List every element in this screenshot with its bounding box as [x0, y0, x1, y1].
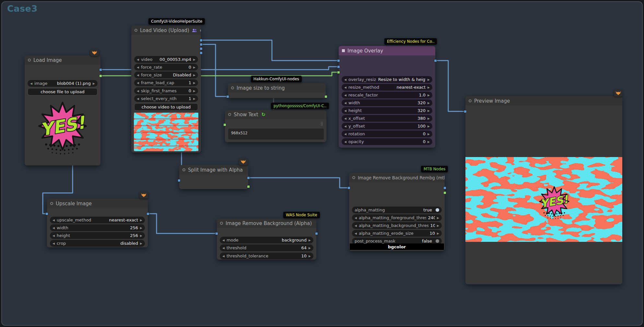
increment-arrow-icon[interactable]: ▶ [193, 89, 195, 93]
node-upscale-image[interactable]: Upscale Image ◀ upscale_method nearest-e… [47, 199, 148, 247]
node-image-size-to-string[interactable]: Image size to string [228, 83, 326, 98]
threshold-widget[interactable]: ◀ threshold 64 ▶ [220, 244, 313, 251]
decrement-arrow-icon[interactable]: ◀ [222, 254, 225, 258]
decrement-arrow-icon[interactable]: ◀ [344, 132, 346, 136]
image-combo-widget[interactable]: ◀ image blob004 (1).png ▶ [28, 80, 98, 87]
next-arrow-icon[interactable]: ▶ [93, 82, 95, 85]
node-load-video[interactable]: Load Video (Upload) ◉ ◉ ◉ ◀ video 00_000… [131, 26, 201, 152]
next-arrow-icon[interactable]: ▶ [193, 73, 195, 77]
node-split-image-alpha[interactable]: Split Image with Alpha [179, 165, 248, 189]
decrement-arrow-icon[interactable]: ◀ [137, 66, 139, 69]
output-slot-image[interactable] [434, 59, 437, 62]
input-slot-base-image[interactable] [337, 59, 340, 62]
input-slot-optional-mask[interactable] [337, 71, 340, 74]
output-slot-mask[interactable] [443, 191, 446, 194]
frame-load-cap-widget[interactable]: ◀ frame_load_cap 1 ▶ [134, 79, 198, 86]
node-load-image[interactable]: Load Image ◀ image blob004 (1).png ▶ cho… [25, 55, 100, 165]
node-title-bar[interactable]: Image size to string [228, 83, 326, 93]
upscale-method-widget[interactable]: ◀ upscale_method nearest-exact ▶ [50, 217, 145, 223]
next-arrow-icon[interactable]: ▶ [309, 239, 311, 242]
input-slot-image[interactable] [464, 110, 467, 113]
force-rate-widget[interactable]: ◀ force_rate 0 ▶ [134, 64, 198, 71]
decrement-arrow-icon[interactable]: ◀ [137, 81, 139, 85]
mode-widget[interactable]: ◀ mode background ▶ [220, 237, 313, 243]
collapse-dot-icon[interactable] [228, 113, 231, 116]
crop-widget[interactable]: ◀ crop disabled ▶ [50, 240, 145, 247]
height-widget[interactable]: ◀ height 320 ▶ [342, 107, 432, 114]
increment-arrow-icon[interactable]: ▶ [427, 109, 430, 112]
width-widget[interactable]: ◀ width 320 ▶ [342, 99, 432, 106]
output-slot-string[interactable] [324, 95, 327, 98]
next-arrow-icon[interactable]: ▶ [427, 78, 430, 81]
prev-arrow-icon[interactable]: ◀ [53, 242, 55, 245]
decrement-arrow-icon[interactable]: ◀ [344, 125, 346, 128]
output-slot-frame-count[interactable] [200, 43, 203, 46]
choose-file-button[interactable]: choose file to upload [28, 88, 98, 96]
node-preview-image[interactable]: Preview Image [465, 96, 622, 284]
input-slot-image[interactable] [347, 186, 350, 189]
collapse-dot-icon[interactable] [50, 202, 53, 205]
opacity-widget[interactable]: ◀ opacity 0 ▶ [342, 138, 432, 145]
decrement-arrow-icon[interactable]: ◀ [137, 89, 139, 93]
prev-arrow-icon[interactable]: ◀ [30, 82, 32, 85]
increment-arrow-icon[interactable]: ▶ [427, 140, 430, 143]
increment-arrow-icon[interactable]: ▶ [193, 97, 195, 100]
video-combo-widget[interactable]: ◀ video 00_00053.mp4 ▶ [134, 56, 198, 63]
input-slot-text[interactable] [223, 123, 226, 126]
collapse-dot-icon[interactable] [352, 176, 355, 179]
width-widget[interactable]: ◀ width 256 ▶ [50, 224, 145, 231]
input-slot-overlay-image[interactable] [337, 65, 340, 68]
toggle-knob[interactable] [436, 208, 439, 212]
bg-threshold-widget[interactable]: ◀ alpha_matting_background_threshold 10 … [352, 222, 442, 229]
increment-arrow-icon[interactable]: ▶ [437, 216, 439, 220]
increment-arrow-icon[interactable]: ▶ [427, 132, 430, 136]
node-title-bar[interactable]: Split Image with Alpha [179, 165, 248, 175]
alpha-matting-toggle[interactable]: alpha_matting true [352, 207, 442, 213]
prev-arrow-icon[interactable]: ◀ [137, 58, 139, 61]
output-slot-mask[interactable] [99, 74, 102, 77]
increment-arrow-icon[interactable]: ▶ [193, 66, 195, 69]
decrement-arrow-icon[interactable]: ◀ [355, 224, 357, 227]
increment-arrow-icon[interactable]: ▶ [427, 101, 430, 105]
next-arrow-icon[interactable]: ▶ [427, 86, 430, 89]
decrement-arrow-icon[interactable]: ◀ [355, 232, 357, 235]
node-title-bar[interactable]: Image Remove Background (Alpha) [217, 219, 316, 228]
increment-arrow-icon[interactable]: ▶ [437, 232, 439, 235]
collapse-dot-icon[interactable] [182, 168, 185, 171]
collapse-dot-icon[interactable] [231, 86, 234, 89]
node-title-bar[interactable]: Image Overlay [339, 46, 435, 55]
prev-arrow-icon[interactable]: ◀ [53, 219, 55, 222]
preview-toggle-icon[interactable]: ◉ [200, 28, 201, 32]
fg-threshold-widget[interactable]: ◀ alpha_matting_foreground_threshold 240… [352, 214, 442, 221]
collapse-dot-icon[interactable] [135, 29, 137, 32]
node-title-bar[interactable]: Load Image [25, 55, 100, 65]
output-slot-image[interactable] [200, 39, 203, 42]
node-rembg-mtb[interactable]: Image Remove Background Rembg (mtb) alph… [349, 173, 445, 251]
decrement-arrow-icon[interactable]: ◀ [53, 234, 55, 237]
node-title-bar[interactable]: Show Text ↻ [225, 110, 326, 119]
grip-icon[interactable]: ⣿ [320, 121, 323, 126]
node-title-bar[interactable]: Load Video (Upload) ◉ ◉ ◉ [131, 26, 201, 35]
prev-arrow-icon[interactable]: ◀ [344, 78, 346, 81]
collapse-dot-icon[interactable] [220, 222, 223, 225]
output-slot-image[interactable] [247, 176, 250, 179]
decrement-arrow-icon[interactable]: ◀ [344, 109, 346, 112]
x-offset-widget[interactable]: ◀ x_offset 380 ▶ [342, 115, 432, 122]
rotation-widget[interactable]: ◀ rotation 0 ▶ [342, 130, 432, 137]
erode-size-widget[interactable]: ◀ alpha_matting_erode_size 10 ▶ [352, 230, 442, 237]
increment-arrow-icon[interactable]: ▶ [309, 254, 311, 258]
collapse-dot-icon[interactable] [28, 59, 31, 62]
collapse-square-icon[interactable] [342, 49, 345, 52]
skip-first-frames-widget[interactable]: ◀ skip_first_frames 0 ▶ [134, 87, 198, 94]
input-slot-image[interactable] [226, 95, 229, 98]
increment-arrow-icon[interactable]: ▶ [140, 234, 142, 237]
text-output[interactable]: 960x512 [228, 129, 324, 140]
increment-arrow-icon[interactable]: ▶ [427, 125, 430, 128]
node-image-overlay[interactable]: Image Overlay ◀ overlay_resize Resize to… [339, 46, 435, 148]
prev-arrow-icon[interactable]: ◀ [344, 86, 346, 89]
node-title-bar[interactable]: Image Remove Background Rembg (mtb) [349, 173, 445, 182]
force-size-widget[interactable]: ◀ force_size Disabled ▶ [134, 72, 198, 78]
decrement-arrow-icon[interactable]: ◀ [344, 101, 346, 105]
decrement-arrow-icon[interactable]: ◀ [355, 216, 357, 220]
output-slot-image[interactable] [99, 68, 102, 71]
